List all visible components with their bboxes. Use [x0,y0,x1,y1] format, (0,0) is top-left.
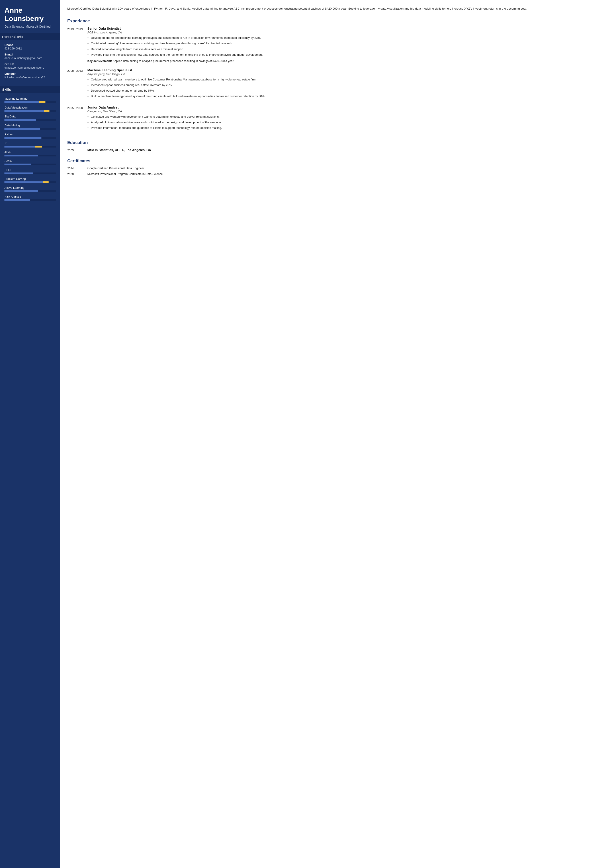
contact-label: Phone [5,43,56,47]
education-entry: 2005 MSc in Statistics, UCLA, Los Angele… [67,148,607,152]
exp-date: 2013 - 2019 [67,26,87,63]
certificate-entry: 2014 Google Certified Professional Data … [67,166,607,170]
edu-content: MSc in Statistics, UCLA, Los Angeles, CA [87,148,607,152]
cert-date: 2014 [67,166,87,170]
experience-entry: 2013 - 2019 Senior Data Scientist ACB In… [67,26,607,63]
bullet-item: Consulted and worked with development te… [91,115,607,119]
personal-info-heading: Personal Info [0,33,60,40]
main-content: Microsoft Certified Data Scientist with … [60,0,614,868]
skill-name: Risk Analysis [5,195,56,198]
edu-degree: MSc in Statistics, UCLA, Los Angeles, CA [87,148,607,152]
exp-bullets: Collaborated with all team members to op… [87,77,607,99]
contact-item: E-mailanne.c.lounsberry@gmail.com [5,53,56,60]
skill-item: Java [5,151,56,157]
edu-date: 2005 [67,148,87,152]
cert-date: 2008 [67,172,87,176]
skill-item: Data Visualization [5,106,56,112]
exp-job-title: Junior Data Analyst [87,106,607,109]
skill-name: Active Learning [5,186,56,189]
experience-entry: 2008 - 2013 Machine Learning Specialist … [67,68,607,101]
skill-item: Active Learning [5,186,56,192]
skill-bar-accent [44,110,50,112]
exp-company: Capgemini, San Diego, CA [87,110,607,113]
contact-item: LinkedInlinkedin.com/in/annelounsbery12 [5,72,56,79]
exp-company: AnyCompany, San Diego, CA [87,72,607,76]
bullet-item: Collaborated with all team members to op… [91,77,607,82]
skill-bar-bg [5,101,56,103]
skill-item: Machine Learning [5,97,56,103]
skill-bar-fill [5,101,39,103]
bullet-item: Analyzed old information architectures a… [91,120,607,124]
education-list: 2005 MSc in Statistics, UCLA, Los Angele… [67,148,607,152]
skill-bar-fill [5,182,43,183]
skill-bar-fill [5,190,38,192]
skill-item: Problem-Solving [5,177,56,183]
bullet-item: Contributed meaningful improvements to e… [91,41,607,46]
candidate-name: Anne Lounsberry [5,6,56,23]
contact-label: LinkedIn [5,72,56,75]
skill-name: Scala [5,159,56,163]
skill-bar-bg [5,155,56,157]
skill-bar-bg [5,199,56,201]
bullet-item: Provided information, feedback and guida… [91,126,607,130]
skill-name: Data Mining [5,124,56,127]
skill-name: R [5,141,56,145]
skill-bar-fill [5,110,44,112]
skill-bar-fill [5,172,33,174]
skill-name: Data Visualization [5,106,56,109]
skill-bar-fill [5,146,35,148]
bullet-item: Build a machine-learning-based system of… [91,94,607,98]
skill-bar-fill [5,155,38,157]
certificates-list: 2014 Google Certified Professional Data … [67,166,607,176]
skill-bar-accent [43,182,48,183]
skill-bar-bg [5,110,56,112]
skill-bar-fill [5,137,42,138]
skill-item: Scala [5,159,56,165]
experience-heading: Experience [67,19,607,23]
skill-bar-bg [5,172,56,174]
contact-item: GitHubgithub.com/annecarollounsberry [5,62,56,69]
skill-name: Java [5,151,56,154]
skill-item: Data Mining [5,124,56,130]
skill-name: PERL [5,168,56,172]
skill-item: R [5,141,56,148]
skill-item: Python [5,133,56,138]
candidate-title: Data Scientist, Microsoft Certified [5,25,56,29]
exp-bullets: Developed end-to-end machine learning pr… [87,36,607,57]
contact-label: GitHub [5,62,56,66]
exp-job-title: Senior Data Scientist [87,26,607,30]
skill-bar-bg [5,137,56,138]
skill-bar-accent [39,101,45,103]
sidebar: Anne Lounsberry Data Scientist, Microsof… [0,0,60,868]
skill-name: Machine Learning [5,97,56,100]
contact-value: 523-299-0012 [5,47,56,50]
bullet-item: Decreased wasted phone and email time by… [91,89,607,93]
skill-bar-bg [5,190,56,192]
bullet-item: Derived actionable insights from massive… [91,47,607,51]
skill-bar-accent [35,146,42,148]
experience-list: 2013 - 2019 Senior Data Scientist ACB In… [67,26,607,132]
exp-content: Senior Data Scientist ACB Inc., Los Ange… [87,26,607,63]
cert-content: Google Certified Professional Data Engin… [87,166,144,170]
skill-bar-bg [5,119,56,121]
contact-value: github.com/annecarollounsberry [5,66,56,69]
divider-certificates [67,155,607,155]
skill-bar-bg [5,182,56,183]
skill-bar-bg [5,146,56,148]
exp-job-title: Machine Learning Specialist [87,68,607,72]
skill-item: PERL [5,168,56,174]
divider-experience [67,15,607,16]
skill-bar-fill [5,128,40,130]
skill-name: Problem-Solving [5,177,56,180]
achievement-text: Key achievement: Applied data mining to … [87,59,607,63]
skill-item: Risk Analysis [5,195,56,201]
bullet-item: Provided input into the collection of ne… [91,53,607,57]
bullet-item: Increased repeat business among real est… [91,83,607,87]
contact-value: anne.c.lounsberry@gmail.com [5,57,56,60]
skill-bar-bg [5,128,56,130]
contact-item: Phone523-299-0012 [5,43,56,50]
certificate-entry: 2008 Microsoft Professional Program Cert… [67,172,607,176]
summary-text: Microsoft Certified Data Scientist with … [67,6,607,11]
skill-bar-fill [5,119,36,121]
exp-date: 2008 - 2013 [67,68,87,101]
